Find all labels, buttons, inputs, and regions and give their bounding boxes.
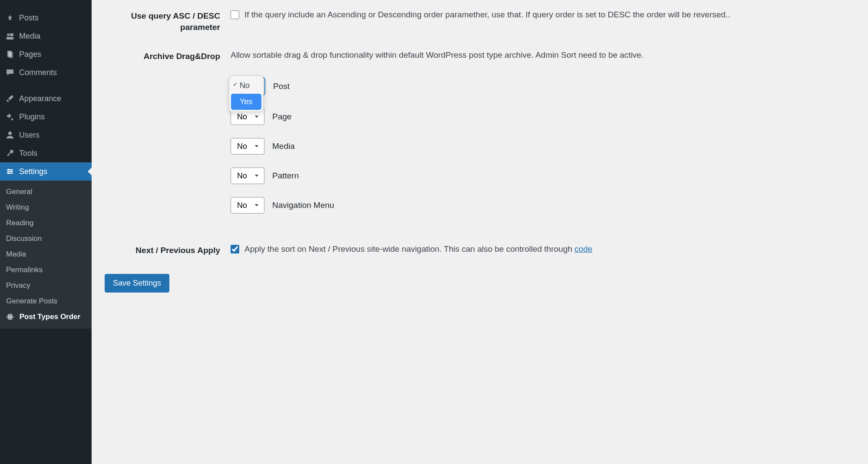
select-navmenu[interactable]: No bbox=[231, 197, 264, 214]
label-navmenu: Navigation Menu bbox=[272, 199, 334, 212]
atom-icon bbox=[6, 313, 15, 322]
select-media[interactable]: No bbox=[231, 138, 264, 155]
archive-item-page: No Page bbox=[231, 109, 855, 125]
menu-label: Settings bbox=[19, 167, 47, 176]
submenu-privacy[interactable]: Privacy bbox=[0, 278, 92, 293]
save-settings-button[interactable]: Save Settings bbox=[105, 274, 169, 293]
desc-next-prev: Apply the sort on Next / Previous site-w… bbox=[244, 243, 855, 256]
menu-label: Tools bbox=[19, 149, 37, 158]
comment-icon bbox=[5, 68, 15, 77]
menu-label: Comments bbox=[19, 68, 57, 77]
svg-point-9 bbox=[8, 169, 10, 171]
option-no[interactable]: No bbox=[231, 78, 261, 94]
label-pattern: Pattern bbox=[272, 170, 299, 182]
submenu-discussion[interactable]: Discussion bbox=[0, 231, 92, 247]
submenu-writing[interactable]: Writing bbox=[0, 200, 92, 215]
svg-point-15 bbox=[10, 316, 11, 317]
brush-icon bbox=[5, 94, 15, 103]
row-query-param: Use query ASC / DESC parameter If the qu… bbox=[105, 9, 855, 33]
submenu-permalinks[interactable]: Permalinks bbox=[0, 262, 92, 278]
svg-point-5 bbox=[8, 132, 12, 135]
submenu-post-types-order[interactable]: Post Types Order bbox=[0, 309, 92, 325]
svg-point-0 bbox=[7, 33, 10, 36]
row-archive-dragdrop: Archive Drag&Drop Allow sortable drag & … bbox=[105, 49, 855, 227]
menu-appearance[interactable]: Appearance bbox=[0, 89, 92, 108]
archive-item-navmenu: No Navigation Menu bbox=[231, 197, 855, 214]
menu-label: Pages bbox=[19, 50, 41, 59]
row-next-prev: Next / Previous Apply Apply the sort on … bbox=[105, 243, 855, 256]
archive-item-media: No Media bbox=[231, 138, 855, 155]
submenu-generate-posts[interactable]: Generate Posts bbox=[0, 293, 92, 309]
submenu-general[interactable]: General bbox=[0, 184, 92, 200]
main-content: Use query ASC / DESC parameter If the qu… bbox=[92, 0, 868, 464]
menu-label: Users bbox=[19, 131, 40, 140]
pin-icon bbox=[5, 13, 15, 23]
desc-archive: Allow sortable drag & drop functionality… bbox=[231, 49, 855, 62]
select-pattern[interactable]: No bbox=[231, 168, 264, 184]
menu-label: Plugins bbox=[19, 112, 45, 122]
label-next-prev: Next / Previous Apply bbox=[105, 243, 231, 256]
menu-comments[interactable]: Comments bbox=[0, 63, 92, 82]
checkbox-query-param[interactable] bbox=[231, 10, 239, 19]
submenu-reading[interactable]: Reading bbox=[0, 215, 92, 231]
user-icon bbox=[5, 130, 15, 140]
wrench-icon bbox=[5, 148, 15, 158]
submenu-media[interactable]: Media bbox=[0, 247, 92, 262]
menu-users[interactable]: Users bbox=[0, 126, 92, 144]
svg-rect-1 bbox=[10, 33, 13, 36]
link-code[interactable]: code bbox=[574, 244, 592, 253]
svg-rect-4 bbox=[9, 52, 13, 58]
plugin-icon bbox=[5, 112, 15, 122]
label-post: Post bbox=[273, 80, 290, 93]
checkbox-next-prev[interactable] bbox=[231, 245, 239, 253]
menu-label: Posts bbox=[19, 13, 39, 23]
settings-icon bbox=[5, 167, 15, 176]
menu-settings[interactable]: Settings bbox=[0, 162, 92, 181]
archive-item-pattern: No Pattern bbox=[231, 168, 855, 184]
archive-item-post: No Yes Post bbox=[231, 77, 855, 95]
media-icon bbox=[5, 31, 15, 41]
menu-media[interactable]: Media bbox=[0, 27, 92, 45]
menu-plugins[interactable]: Plugins bbox=[0, 108, 92, 126]
admin-sidebar: Posts Media Pages Comments Appearance Pl… bbox=[0, 0, 92, 464]
desc-query-param: If the query include an Ascending or Des… bbox=[244, 9, 855, 21]
menu-tools[interactable]: Tools bbox=[0, 144, 92, 162]
menu-label: Media bbox=[19, 32, 40, 41]
label-archive: Archive Drag&Drop bbox=[105, 49, 231, 62]
label-media: Media bbox=[272, 140, 295, 153]
menu-posts[interactable]: Posts bbox=[0, 9, 92, 27]
label-page: Page bbox=[272, 111, 291, 123]
option-yes[interactable]: Yes bbox=[231, 94, 261, 110]
svg-rect-2 bbox=[7, 37, 13, 39]
select-post-options: No Yes bbox=[229, 76, 264, 112]
svg-point-11 bbox=[8, 172, 10, 174]
page-icon bbox=[5, 49, 15, 59]
menu-pages[interactable]: Pages bbox=[0, 45, 92, 63]
settings-submenu: General Writing Reading Discussion Media… bbox=[0, 181, 92, 329]
label-query-param: Use query ASC / DESC parameter bbox=[105, 9, 231, 33]
svg-point-10 bbox=[10, 171, 12, 172]
menu-label: Appearance bbox=[19, 94, 61, 103]
